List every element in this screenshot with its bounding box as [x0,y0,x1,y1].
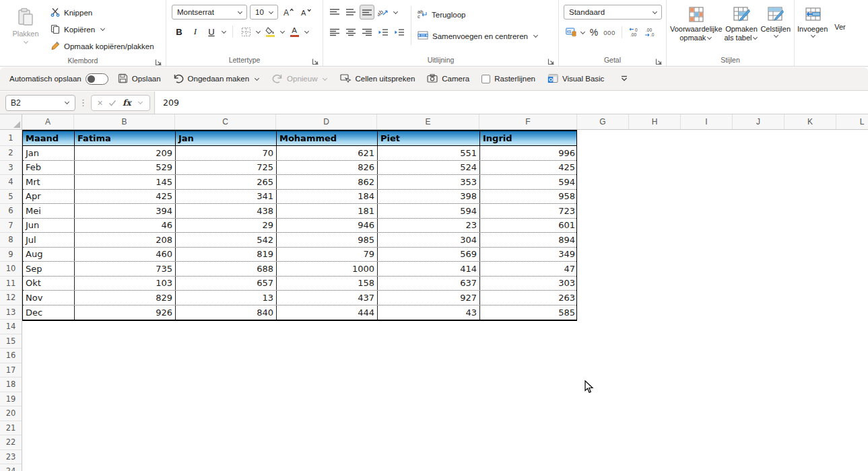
header-cell-ingrid[interactable]: Ingrid [480,131,578,145]
cell-month[interactable]: Apr [23,190,75,204]
underline-button[interactable]: U [204,24,219,39]
column-header-E[interactable]: E [377,114,479,129]
align-center-button[interactable] [343,25,358,40]
cut-button[interactable]: Knippen [48,5,156,20]
fill-color-button[interactable] [263,24,277,39]
cell-value[interactable]: 985 [277,233,378,247]
cell-value[interactable]: 594 [378,204,480,218]
cell-value[interactable]: 145 [75,175,176,189]
cell-value[interactable]: 13 [176,291,277,305]
insert-function-button[interactable]: fx [123,98,131,108]
cell-value[interactable]: 46 [75,219,176,233]
column-header-B[interactable]: B [74,114,175,129]
save-button[interactable]: Opslaan [118,73,161,85]
align-middle-button[interactable] [343,5,358,20]
column-header-C[interactable]: C [175,114,276,129]
column-header-J[interactable]: J [733,114,784,129]
cell-value[interactable]: 414 [378,262,480,276]
header-cell-fatima[interactable]: Fatima [75,131,176,145]
cell-value[interactable]: 723 [480,204,578,218]
delete-cells-button[interactable]: Ver [834,5,846,53]
cell-value[interactable]: 23 [378,219,480,233]
cell-month[interactable]: Sep [23,262,75,276]
column-header-F[interactable]: F [479,114,577,129]
cell-value[interactable]: 601 [480,219,578,233]
row-header-8[interactable]: 8 [0,233,22,248]
undo-chevron-icon[interactable] [255,75,259,80]
decrease-indent-button[interactable] [376,25,391,40]
header-cell-maand[interactable]: Maand [23,131,75,145]
undo-button[interactable]: Ongedaan maken [173,73,260,85]
cell-value[interactable]: 946 [277,219,378,233]
borders-button[interactable] [238,24,253,39]
column-header-G[interactable]: G [577,114,629,129]
row-header-15[interactable]: 15 [0,334,22,349]
align-bottom-button[interactable] [360,5,374,20]
row-header-2[interactable]: 2 [0,146,22,161]
align-top-button[interactable] [327,5,342,20]
column-header-D[interactable]: D [276,114,377,129]
comma-style-button[interactable]: 000 [602,25,617,40]
cell-styles-button[interactable]: Celstijlen [760,5,791,53]
fill-color-chevron-icon[interactable] [280,28,285,33]
row-header-7[interactable]: 7 [0,219,22,233]
row-header-4[interactable]: 4 [0,175,22,190]
cell-value[interactable]: 460 [75,248,176,262]
cell-value[interactable]: 840 [176,305,277,320]
alignment-dialog-launcher-icon[interactable] [547,56,555,63]
toolbar-overflow-button[interactable] [620,75,628,83]
cell-value[interactable]: 181 [277,204,378,218]
column-header-L[interactable]: L [836,114,868,129]
copy-button[interactable]: Kopiëren [48,22,156,37]
header-cell-piet[interactable]: Piet [378,131,480,145]
cell-value[interactable]: 927 [378,291,480,305]
name-box[interactable]: B2 [5,95,75,111]
conditional-formatting-button[interactable]: Voorwaardelijke opmaak [670,5,723,53]
font-color-button[interactable]: A [287,24,302,39]
select-all-corner[interactable] [0,114,22,130]
cell-month[interactable]: Jan [23,146,75,160]
cell-value[interactable]: 43 [378,305,480,320]
cell-value[interactable]: 894 [480,233,578,247]
cell-value[interactable]: 209 [75,146,176,160]
row-header-21[interactable]: 21 [0,421,22,436]
cell-value[interactable]: 735 [75,262,176,276]
cell-month[interactable]: Aug [23,248,75,262]
font-color-chevron-icon[interactable] [304,28,309,33]
row-header-1[interactable]: 1 [0,130,22,146]
row-header-23[interactable]: 23 [0,450,22,465]
cell-value[interactable]: 425 [480,161,578,175]
cell-month[interactable]: Nov [23,291,75,305]
cell-month[interactable]: Jun [23,219,75,233]
merge-center-button[interactable]: Samenvoegen en centreren [415,28,541,44]
cell-value[interactable]: 398 [378,190,480,204]
header-cell-jan[interactable]: Jan [176,131,277,145]
cell-value[interactable]: 425 [75,190,176,204]
row-header-14[interactable]: 14 [0,320,22,334]
cell-value[interactable]: 47 [480,262,578,276]
align-right-button[interactable] [360,25,374,40]
orientation-chevron-icon[interactable] [393,9,398,13]
cell-value[interactable]: 444 [277,305,378,320]
camera-button[interactable]: Camera [427,74,469,84]
cell-value[interactable]: 303 [480,277,578,291]
cell-value[interactable]: 542 [176,233,277,247]
italic-button[interactable]: I [188,24,203,39]
cell-value[interactable]: 569 [378,248,480,262]
cell-value[interactable]: 585 [480,305,578,320]
cell-month[interactable]: Okt [23,277,75,291]
cell-value[interactable]: 826 [277,161,378,175]
cell-month[interactable]: Feb [23,161,75,175]
bold-button[interactable]: B [172,24,187,39]
accounting-format-icon[interactable]: €$ [564,25,578,40]
increase-font-button[interactable]: A [281,5,296,20]
paste-button[interactable]: Plakken [8,5,43,54]
formula-input[interactable]: 209 [154,92,868,114]
number-format-combo[interactable]: Standaard [564,5,662,20]
row-header-20[interactable]: 20 [0,406,22,421]
row-header-18[interactable]: 18 [0,377,22,392]
format-painter-button[interactable]: Opmaak kopiëren/plakken [48,38,156,54]
number-dialog-launcher-icon[interactable] [655,56,663,63]
cell-value[interactable]: 637 [378,277,480,291]
row-header-17[interactable]: 17 [0,363,22,378]
